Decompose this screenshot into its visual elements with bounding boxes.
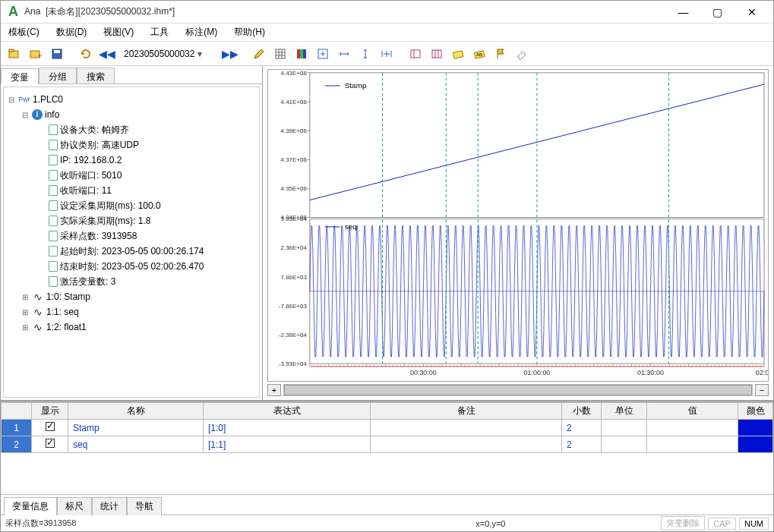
cursor-b-icon[interactable]	[428, 45, 446, 63]
cell-remark[interactable]	[371, 436, 562, 453]
cell-expr[interactable]: [1:1]	[204, 436, 371, 453]
cell-show[interactable]	[32, 436, 68, 453]
cell-show[interactable]	[32, 420, 68, 436]
refresh-icon[interactable]	[77, 45, 95, 63]
cell-expr[interactable]: [1:0]	[204, 420, 371, 436]
cell-decimals[interactable]: 2	[562, 436, 602, 453]
svg-text:01:00:00: 01:00:00	[523, 370, 550, 377]
row-header[interactable]: 1	[2, 420, 32, 436]
cursor-a-icon[interactable]	[406, 45, 425, 63]
status-coord: x=0,y=0	[475, 519, 658, 528]
sidebar-tab-group[interactable]: 分组	[39, 68, 77, 83]
cell-color[interactable]	[738, 436, 773, 453]
center-icon[interactable]	[378, 45, 396, 63]
chart-area[interactable]: 4.34E+084.35E+084.37E+084.39E+084.41E+08…	[267, 69, 769, 382]
cell-decimals[interactable]: 2	[562, 420, 602, 436]
tree-info-item[interactable]: 激活变量数: 3	[60, 275, 115, 288]
variable-grid[interactable]: 显示 名称 表达式 备注 小数 单位 值 颜色 1 Stamp [1:0] 2 …	[1, 402, 773, 495]
zoom-fit-icon[interactable]	[314, 45, 332, 63]
marker-ab-icon[interactable]: AB	[470, 45, 488, 63]
col-show[interactable]: 显示	[32, 403, 68, 420]
status-samples: 采样点数=3913958	[5, 518, 475, 529]
grid-icon[interactable]	[271, 45, 289, 63]
col-color[interactable]: 颜色	[738, 403, 773, 420]
chart-pane: 4.34E+084.35E+084.37E+084.39E+084.41E+08…	[263, 66, 773, 401]
add-pane-button[interactable]: +	[267, 384, 281, 396]
open-template-icon[interactable]	[5, 45, 24, 63]
tree-info-item[interactable]: 协议类别: 高速UDP	[60, 139, 139, 152]
bottom-tab-varinfo[interactable]: 变量信息	[4, 497, 57, 515]
zoom-minus-button[interactable]: −	[755, 384, 769, 396]
tree-info-item[interactable]: 收听端口: 11	[60, 184, 112, 197]
bottom-tab-stats[interactable]: 统计	[92, 497, 127, 515]
wave-icon: ∿	[32, 321, 44, 333]
svg-rect-11	[411, 50, 420, 58]
add-template-icon[interactable]: +	[27, 45, 45, 63]
cell-name[interactable]: seq	[68, 436, 204, 453]
marker-yellow-icon[interactable]	[449, 45, 467, 63]
tree-info-item[interactable]: IP: 192.168.0.2	[60, 155, 122, 165]
col-index[interactable]	[2, 403, 32, 420]
zoom-v-icon[interactable]	[356, 45, 374, 63]
info-icon: i	[32, 109, 43, 120]
status-num: NUM	[739, 518, 769, 530]
menu-template[interactable]: 模板(C)	[5, 24, 43, 40]
col-expr[interactable]: 表达式	[204, 403, 371, 420]
page-icon	[49, 231, 58, 241]
col-unit[interactable]: 单位	[602, 403, 647, 420]
pencil-icon[interactable]	[250, 45, 268, 63]
menu-annotate[interactable]: 标注(M)	[182, 24, 220, 40]
eraser-icon[interactable]	[513, 45, 531, 63]
cell-value[interactable]	[647, 436, 738, 453]
tree-info-item[interactable]: 起始时刻: 2023-05-05 00:00:26.174	[60, 245, 204, 258]
file-id-combo[interactable]: 20230505000032 ▾	[119, 46, 218, 62]
zoom-h-icon[interactable]	[335, 45, 353, 63]
variable-tree[interactable]: ⊟Pwr1.PLC0 ⊟iinfo 设备大类: 帕姆齐协议类别: 高速UDPIP…	[3, 87, 260, 398]
bottom-tab-ruler[interactable]: 标尺	[57, 497, 92, 515]
sidebar-tab-search[interactable]: 搜索	[77, 68, 115, 83]
svg-rect-5	[54, 50, 60, 53]
menu-view[interactable]: 视图(V)	[100, 24, 137, 40]
menu-data[interactable]: 数据(D)	[53, 24, 90, 40]
tree-info-item[interactable]: 实际采集周期(ms): 1.8	[60, 215, 150, 228]
tree-info-item[interactable]: 结束时刻: 2023-05-05 02:00:26.470	[60, 260, 204, 273]
prev-fast-icon[interactable]: ◀◀	[98, 48, 116, 60]
menu-tool[interactable]: 工具	[147, 24, 172, 40]
next-fast-icon[interactable]: ▶▶	[221, 48, 239, 60]
col-decimals[interactable]: 小数	[562, 403, 602, 420]
window-title: Ana [未命名][20230505000032.ihm*]	[24, 5, 666, 18]
cell-value[interactable]	[647, 420, 738, 436]
tree-info[interactable]: info	[45, 109, 59, 120]
svg-text:02:00: 02:00	[756, 370, 768, 377]
tree-info-item[interactable]: 设定采集周期(ms): 100.0	[60, 200, 161, 212]
cell-color[interactable]	[738, 420, 773, 436]
close-button[interactable]: ✕	[735, 2, 769, 23]
tree-info-item[interactable]: 采样点数: 3913958	[60, 230, 137, 243]
bottom-tab-nav[interactable]: 导航	[127, 497, 162, 515]
cell-remark[interactable]	[371, 420, 562, 436]
minimize-button[interactable]: —	[666, 2, 700, 23]
tree-root[interactable]: 1.PLC0	[33, 94, 63, 105]
save-icon[interactable]	[48, 45, 66, 63]
row-header[interactable]: 2	[2, 436, 32, 453]
tree-var-item[interactable]: 1:2: float1	[46, 322, 87, 332]
left-pane: 变量 分组 搜索 ⊟Pwr1.PLC0 ⊟iinfo 设备大类: 帕姆齐协议类别…	[1, 66, 263, 401]
cell-unit[interactable]	[602, 420, 647, 436]
palette-icon[interactable]	[292, 45, 311, 63]
maximize-button[interactable]: ▢	[700, 2, 735, 23]
svg-text:01:30:00: 01:30:00	[637, 370, 664, 377]
cell-name[interactable]: Stamp	[68, 420, 204, 436]
chart-h-scrollbar[interactable]	[283, 384, 753, 396]
col-name[interactable]: 名称	[68, 403, 204, 420]
col-value[interactable]: 值	[647, 403, 738, 420]
tree-var-item[interactable]: 1:0: Stamp	[46, 291, 90, 302]
menu-help[interactable]: 帮助(H)	[231, 24, 268, 40]
tree-info-item[interactable]: 收听端口: 5010	[60, 169, 122, 182]
tree-var-item[interactable]: 1:1: seq	[46, 307, 79, 317]
col-remark[interactable]: 备注	[371, 403, 562, 420]
cell-unit[interactable]	[602, 436, 647, 453]
tree-info-item[interactable]: 设备大类: 帕姆齐	[60, 124, 129, 137]
sidebar-tab-vars[interactable]: 变量	[1, 68, 39, 84]
svg-text:4.37E+08: 4.37E+08	[280, 156, 306, 163]
flag-icon[interactable]	[491, 45, 510, 63]
